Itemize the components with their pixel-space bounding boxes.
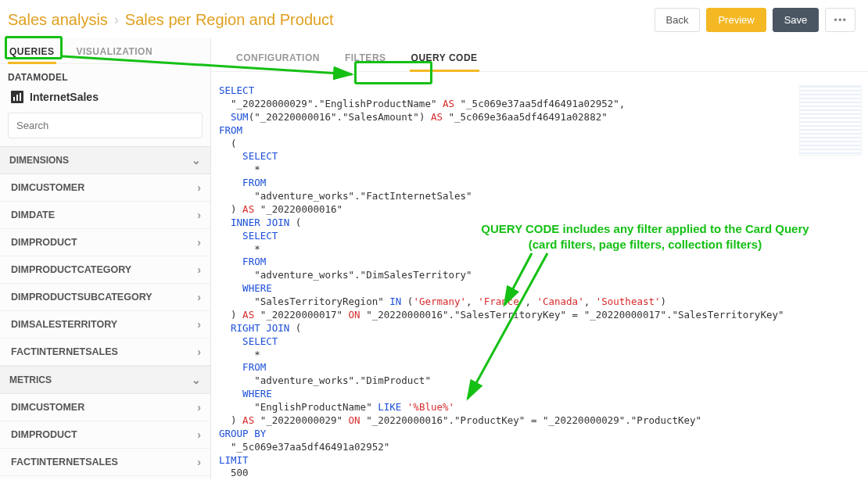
chevron-right-icon: › <box>114 12 119 28</box>
tab-configuration[interactable]: CONFIGURATION <box>235 43 321 71</box>
met-dimproduct[interactable]: DIMPRODUCT› <box>0 421 210 449</box>
chevron-down-icon: ⌄ <box>192 374 201 386</box>
back-button[interactable]: Back <box>655 8 701 32</box>
kw-from: FROM <box>219 124 242 136</box>
dim-dimcustomer[interactable]: DIMCUSTOMER› <box>0 174 210 202</box>
dim-factinternetsales[interactable]: FACTINTERNETSALES› <box>0 339 210 366</box>
chevron-right-icon: › <box>197 428 201 441</box>
tree-item-label: DIMPRODUCTSUBCATEGORY <box>11 292 152 303</box>
chevron-right-icon: › <box>197 209 201 221</box>
breadcrumb: Sales analysis › Sales per Region and Pr… <box>8 11 334 29</box>
save-button[interactable]: Save <box>773 8 820 32</box>
dim-dimproductsubcategory[interactable]: DIMPRODUCTSUBCATEGORY› <box>0 284 210 311</box>
dimensions-header[interactable]: DIMENSIONS ⌄ <box>0 146 210 174</box>
dim-dimproductcategory[interactable]: DIMPRODUCTCATEGORY› <box>0 256 210 284</box>
chevron-right-icon: › <box>197 236 201 249</box>
tree-item-label: DIMDATE <box>11 210 55 220</box>
chevron-right-icon: › <box>197 401 201 414</box>
metrics-header[interactable]: METRICS ⌄ <box>0 366 210 394</box>
chevron-right-icon: › <box>197 318 201 331</box>
tree-item-label: FACTINTERNETSALES <box>11 346 118 357</box>
datamodel-row[interactable]: InternetSales <box>0 88 210 109</box>
chevron-right-icon: › <box>197 346 201 358</box>
tab-visualization[interactable]: VISUALIZATION <box>75 38 155 63</box>
kw-select: SELECT <box>219 84 254 96</box>
chevron-right-icon: › <box>197 181 201 194</box>
metrics-label: METRICS <box>9 374 52 385</box>
tree-item-label: DIMSALESTERRITORY <box>11 319 117 330</box>
sidebar: QUERIES VISUALIZATION DATAMODEL Internet… <box>0 38 211 479</box>
search-input[interactable] <box>9 113 202 138</box>
dimensions-label: DIMENSIONS <box>9 155 69 166</box>
chevron-right-icon: › <box>197 291 201 303</box>
tab-queries[interactable]: QUERIES <box>8 38 56 63</box>
tree-item-label: DIMPRODUCT <box>11 429 77 440</box>
breadcrumb-current: Sales per Region and Product <box>125 11 334 29</box>
tree-item-label: DIMCUSTOMER <box>11 182 84 193</box>
dim-dimdate[interactable]: DIMDATE› <box>0 202 210 229</box>
met-dimcustomer[interactable]: DIMCUSTOMER› <box>0 394 210 421</box>
tree-item-label: FACTINTERNETSALES <box>11 457 118 467</box>
tab-query-code[interactable]: QUERY CODE <box>410 43 479 71</box>
tree-item-label: DIMPRODUCT <box>11 237 77 248</box>
dim-dimsalesterritory[interactable]: DIMSALESTERRITORY› <box>0 311 210 339</box>
dim-dimproduct[interactable]: DIMPRODUCT› <box>0 229 210 256</box>
svg-rect-1 <box>16 95 18 101</box>
search-box <box>8 113 203 138</box>
chevron-right-icon: › <box>197 263 201 276</box>
met-factinternetsales[interactable]: FACTINTERNETSALES› <box>0 449 210 476</box>
chevron-right-icon: › <box>197 456 201 468</box>
query-code-editor[interactable]: SELECT "_20220000029"."EnglishProductNam… <box>219 84 868 479</box>
chart-icon <box>11 91 23 103</box>
more-button[interactable]: ••• <box>825 8 855 32</box>
svg-rect-0 <box>13 97 15 101</box>
datamodel-name: InternetSales <box>30 91 99 103</box>
tree-item-label: DIMPRODUCTCATEGORY <box>11 264 131 275</box>
breadcrumb-root[interactable]: Sales analysis <box>8 11 108 29</box>
svg-rect-2 <box>20 93 21 101</box>
code-minimap[interactable] <box>799 85 862 156</box>
chevron-down-icon: ⌄ <box>192 154 201 167</box>
header-actions: Back Preview Save ••• <box>655 8 855 32</box>
tree-item-label: DIMCUSTOMER <box>11 402 84 413</box>
tab-filters[interactable]: FILTERS <box>343 43 388 71</box>
preview-button[interactable]: Preview <box>706 8 766 32</box>
datamodel-label: DATAMODEL <box>0 64 210 88</box>
